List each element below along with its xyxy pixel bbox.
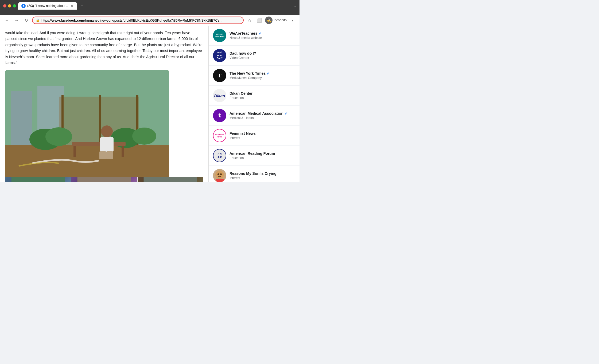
tab-close-button[interactable]: ✕ [70, 4, 74, 8]
avatar-nyt: T [213, 69, 226, 82]
verified-icon-nyt: ✔ [267, 71, 270, 76]
traffic-lights [3, 4, 16, 7]
page-name-row-dad: Dad, how do I? [230, 51, 295, 56]
tab-title: (2/3) "I knew nothing about... [27, 4, 68, 8]
sidebar-item-dikan[interactable]: Dikan Dikan Center Education [209, 86, 300, 106]
page-name-row-ama: American Medical Association ✔ [230, 111, 295, 116]
thumbnail-3[interactable]: +7 [138, 177, 203, 182]
page-name-feminist-news: Feminist News [230, 131, 256, 136]
post-text: would take the lead. And if you were doi… [5, 30, 203, 66]
main-post-image[interactable] [5, 70, 169, 177]
browser-chrome: f (2/3) "I knew nothing about... ✕ + ⌄ [0, 0, 300, 15]
avatar-weareteachers: WE ARETEACHERS [213, 29, 226, 42]
svg-point-11 [132, 128, 156, 145]
incognito-badge: 🕵 Incognito [265, 17, 287, 24]
page-category-ama: Medical & Health [230, 116, 295, 120]
menu-button[interactable]: ⋮ [289, 17, 296, 24]
svg-point-15 [101, 125, 113, 137]
bookmark-button[interactable]: ☆ [246, 17, 253, 24]
page-category-weareteachers: News & media website [230, 36, 295, 40]
lock-icon: 🔒 [36, 18, 40, 22]
avatar-ama: ⚕ [213, 109, 226, 122]
incognito-icon: 🕵 [265, 17, 273, 24]
new-tab-button[interactable]: + [78, 2, 86, 10]
incognito-label: Incognito [274, 18, 287, 22]
svg-point-42 [215, 171, 224, 179]
sidebar-item-arf[interactable]: A RΦ F American Reading Forum Education [209, 146, 300, 166]
page-name-crying: Reasons My Son Is Crying [230, 171, 277, 176]
page-name-arf: American Reading Forum [230, 151, 275, 156]
avatar-arf: A RΦ F [213, 149, 226, 162]
verified-icon-weareteachers: ✔ [259, 31, 262, 35]
svg-point-44 [220, 173, 222, 175]
page-category-crying: Interest [230, 176, 295, 180]
avatar-dikan: Dikan [213, 89, 226, 102]
page-info-feminist-news: Feminist News Interest [230, 131, 295, 140]
page-info-arf: American Reading Forum Education [230, 151, 295, 160]
svg-rect-20 [11, 177, 65, 182]
back-button[interactable]: ← [3, 17, 11, 24]
svg-point-9 [45, 127, 72, 146]
svg-rect-12 [72, 142, 126, 146]
svg-rect-29 [77, 177, 131, 182]
page-name-row-feminist-news: Feminist News [230, 131, 295, 136]
page-category-arf: Education [230, 156, 295, 160]
fullscreen-button[interactable] [13, 4, 16, 7]
page-name-row-dikan: Dikan Center [230, 91, 295, 96]
url-text: https://www.facebook.com/humansofnewyork… [41, 18, 240, 22]
svg-rect-45 [216, 179, 224, 182]
active-tab[interactable]: f (2/3) "I knew nothing about... ✕ [18, 2, 77, 10]
sidebar-item-nyt[interactable]: T The New York Times ✔ Media/News Compan… [209, 66, 300, 86]
page-info-ama: American Medical Association ✔ Medical &… [230, 111, 295, 120]
svg-rect-13 [73, 146, 76, 157]
thumbnail-2[interactable] [71, 177, 137, 182]
forward-button[interactable]: → [13, 17, 20, 24]
sidebar-item-crying[interactable]: Reasons My Son Is Crying Interest [209, 166, 300, 182]
page-name-row-crying: Reasons My Son Is Crying [230, 171, 295, 176]
svg-rect-17 [100, 137, 114, 152]
page-info-dad: Dad, how do I? Video Creator [230, 51, 295, 60]
sidebar-item-dad[interactable]: Dad,HowDo I? Dad, how do I? Video Creato… [209, 46, 300, 66]
svg-rect-18 [99, 151, 106, 159]
sidebar-item-weareteachers[interactable]: WE ARETEACHERS WeAreTeachers ✔ News & me… [209, 26, 300, 46]
svg-rect-14 [122, 146, 124, 157]
tab-bar: f (2/3) "I knew nothing about... ✕ + [18, 2, 291, 10]
svg-rect-1 [11, 91, 32, 145]
verified-icon-ama: ✔ [285, 111, 288, 116]
page-name-ama: American Medical Association [230, 111, 283, 116]
reload-button[interactable]: ↻ [22, 17, 30, 24]
thumbnails-row: +7 [5, 177, 203, 182]
address-field[interactable]: 🔒 https://www.facebook.com/humansofnewyo… [32, 17, 244, 24]
sidebar-item-feminist-news[interactable]: FEMINISTNEWS Feminist News Interest [209, 126, 300, 146]
page-name-row-nyt: The New York Times ✔ [230, 71, 295, 76]
right-sidebar: WE ARETEACHERS WeAreTeachers ✔ News & me… [209, 26, 300, 182]
page-name-row-arf: American Reading Forum [230, 151, 295, 156]
svg-rect-7 [5, 145, 169, 177]
page-name-dad: Dad, how do I? [230, 51, 256, 56]
page-name-dikan: Dikan Center [230, 91, 252, 96]
close-button[interactable] [3, 4, 6, 7]
main-content: would take the lead. And if you were doi… [0, 26, 209, 182]
svg-point-43 [217, 173, 219, 175]
thumbnail-1[interactable] [5, 177, 71, 182]
page-content: would take the lead. And if you were doi… [0, 26, 300, 182]
avatar-dad: Dad,HowDo I? [213, 49, 226, 62]
page-category-dikan: Education [230, 96, 295, 100]
minimize-button[interactable] [8, 4, 11, 7]
thumbnail-overlay: +7 [138, 177, 203, 182]
page-info-dikan: Dikan Center Education [230, 91, 295, 100]
page-name-nyt: The New York Times [230, 71, 266, 76]
page-category-dad: Video Creator [230, 56, 295, 60]
browser-top: f (2/3) "I knew nothing about... ✕ + ⌄ [3, 2, 296, 10]
avatar-crying [213, 169, 226, 182]
address-bar-row: ← → ↻ 🔒 https://www.facebook.com/humanso… [0, 15, 300, 26]
page-category-nyt: Media/News Company [230, 76, 295, 80]
tab-grid-button[interactable]: ⬜ [255, 17, 263, 24]
tab-expand-icon[interactable]: ⌄ [293, 4, 296, 8]
page-category-feminist-news: Interest [230, 136, 295, 140]
page-name-weareteachers: WeAreTeachers [230, 31, 258, 35]
sidebar-item-ama[interactable]: ⚕ American Medical Association ✔ Medical… [209, 106, 300, 126]
page-info-weareteachers: WeAreTeachers ✔ News & media website [230, 31, 295, 40]
avatar-feminist-news: FEMINISTNEWS [213, 129, 226, 142]
toolbar-right: ☆ ⬜ 🕵 Incognito ⋮ [246, 17, 296, 24]
